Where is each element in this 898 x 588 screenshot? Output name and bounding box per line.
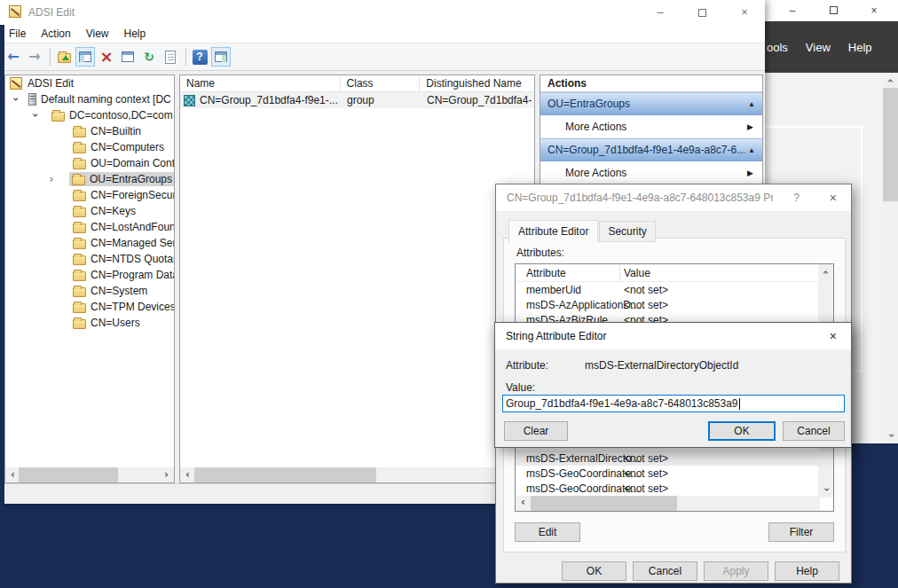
forward-icon[interactable]: → <box>25 47 44 67</box>
column-name[interactable]: Name <box>180 75 341 92</box>
menu-help[interactable]: Help <box>848 41 872 54</box>
attribute-row[interactable]: msDS-GeoCoordinate... <not set> <box>516 466 820 481</box>
tree-item-users[interactable]: CN=Users <box>5 315 174 331</box>
scrollbar-thumb[interactable] <box>883 88 898 201</box>
help-icon[interactable]: ? <box>190 47 209 67</box>
apply-button[interactable]: Apply <box>704 561 768 581</box>
dialog-title: String Attribute Editor <box>506 330 606 342</box>
attributes-horizontal-scrollbar[interactable]: ‹ › <box>516 496 820 511</box>
delete-icon[interactable]: × <box>97 47 116 67</box>
chevron-expanded-icon[interactable]: › <box>30 110 41 121</box>
tree-item-entragroups[interactable]: › OU=EntraGroups <box>5 171 174 187</box>
maximize-icon[interactable] <box>698 9 706 17</box>
scroll-down-icon[interactable]: › <box>819 482 833 498</box>
tree-item-computers[interactable]: CN=Computers <box>5 139 174 155</box>
tree-item-managed-service[interactable]: CN=Managed Service <box>5 235 174 251</box>
show-action-pane-icon[interactable] <box>211 47 231 67</box>
attribute-label: Attribute: <box>506 359 548 372</box>
list-row-group[interactable]: CN=Group_7d1bdfa4-f9e1-... group CN=Grou… <box>180 92 534 108</box>
ok-button[interactable]: OK <box>708 421 776 441</box>
vertical-scrollbar[interactable]: › › <box>883 73 898 443</box>
menu-view[interactable]: View <box>806 41 831 54</box>
tree-item-builtin[interactable]: CN=Builtin <box>5 123 174 139</box>
adsi-edit-icon <box>10 77 22 90</box>
list-horizontal-scrollbar[interactable]: ‹ › <box>180 467 534 482</box>
scrollbar-thumb[interactable] <box>19 467 118 482</box>
menu-file[interactable]: File <box>9 27 26 40</box>
scroll-left-icon[interactable]: ‹ <box>180 468 195 482</box>
tab-attribute-editor[interactable]: Attribute Editor <box>508 220 598 243</box>
scroll-up-icon[interactable]: › <box>819 265 833 280</box>
attribute-name: msDS-ExternalDirectoryObjectId <box>585 359 738 372</box>
scroll-right-icon[interactable]: › <box>159 468 174 482</box>
context-help-icon[interactable]: ? <box>793 192 800 204</box>
folder-icon <box>73 303 86 313</box>
tree-item-ntds-quotas[interactable]: CN=NTDS Quotas <box>5 251 174 267</box>
column-value[interactable]: Value <box>624 267 650 279</box>
properties-icon[interactable] <box>118 47 138 67</box>
tree-item-keys[interactable]: CN=Keys <box>5 203 174 219</box>
tree-horizontal-scrollbar[interactable]: ‹ › <box>5 467 174 482</box>
cancel-button[interactable]: Cancel <box>633 561 697 581</box>
menu-action[interactable]: Action <box>41 27 70 40</box>
up-one-level-icon[interactable] <box>54 47 74 67</box>
attribute-row[interactable]: memberUid <not set> <box>516 282 820 297</box>
tree-item-lostandfound[interactable]: CN=LostAndFound <box>5 219 174 235</box>
scrollbar-thumb[interactable] <box>194 467 376 482</box>
close-icon[interactable]: × <box>737 4 752 20</box>
close-icon[interactable]: × <box>830 191 837 205</box>
back-icon[interactable]: ← <box>4 47 23 67</box>
more-actions-cn-group[interactable]: More Actions ▶ <box>540 161 762 184</box>
collapse-icon[interactable]: ▲ <box>748 100 755 108</box>
tree-item-foreignsecurity[interactable]: CN=ForeignSecurityP <box>5 187 174 203</box>
edit-button[interactable]: Edit <box>515 522 580 542</box>
tree-item-naming-context[interactable]: › Default naming context [DC <box>5 91 174 107</box>
tree-item-program-data[interactable]: CN=Program Data <box>5 267 174 283</box>
tree-item-root[interactable]: ADSI Edit <box>5 75 174 91</box>
scrollbar-thumb[interactable] <box>531 496 677 511</box>
column-attribute[interactable]: Attribute <box>526 267 566 279</box>
refresh-icon[interactable]: ↻ <box>139 47 159 67</box>
more-actions-entragroups[interactable]: More Actions ▶ <box>540 115 762 138</box>
help-button[interactable]: Help <box>775 561 839 581</box>
tree-item-dc-contoso[interactable]: › DC=contoso,DC=com <box>5 107 174 123</box>
close-icon[interactable]: × <box>830 329 837 343</box>
string-attribute-editor-dialog: String Attribute Editor × Attribute: msD… <box>494 322 852 448</box>
minimize-icon[interactable]: – <box>784 3 800 19</box>
chevron-expanded-icon[interactable]: › <box>11 94 21 105</box>
scroll-up-icon[interactable]: › <box>884 74 898 89</box>
attribute-row-selected[interactable]: msDS-ExternalDirecto... <not set> <box>516 451 820 466</box>
scroll-down-icon[interactable]: › <box>884 428 898 443</box>
menu-help[interactable]: Help <box>124 27 146 40</box>
actions-group-cn-group[interactable]: CN=Group_7d1bdfa4-f9e1-4e9a-a8c7-6... ▲ <box>540 138 762 161</box>
actions-group-entragroups[interactable]: OU=EntraGroups ▲ <box>540 92 762 115</box>
value-input[interactable]: Group_7d1bdfa4-f9e1-4e9a-a8c7-648013c853… <box>502 395 845 412</box>
tree-item-domain-controllers[interactable]: OU=Domain Control <box>5 155 174 171</box>
menu-tools-partial[interactable]: ools <box>767 41 788 54</box>
dialog-titlebar: String Attribute Editor × <box>495 323 851 349</box>
scroll-left-icon[interactable]: ‹ <box>516 496 531 510</box>
tree-item-system[interactable]: CN=System <box>5 283 174 299</box>
maximize-icon[interactable] <box>825 3 841 19</box>
folder-icon <box>51 112 65 122</box>
chevron-collapsed-icon[interactable]: › <box>46 174 57 184</box>
filter-button[interactable]: Filter <box>768 522 834 542</box>
column-distinguished-name[interactable]: Distinguished Name <box>420 75 534 92</box>
clear-button[interactable]: Clear <box>504 421 568 441</box>
tree-item-tpm-devices[interactable]: CN=TPM Devices <box>5 299 174 315</box>
cancel-button[interactable]: Cancel <box>783 421 845 441</box>
export-list-icon[interactable] <box>161 47 180 67</box>
minimize-icon[interactable]: – <box>652 4 668 20</box>
close-icon[interactable]: × <box>866 3 882 19</box>
tab-security[interactable]: Security <box>599 221 655 242</box>
column-class[interactable]: Class <box>341 75 421 92</box>
actions-pane-title: Actions <box>540 75 762 92</box>
attribute-row[interactable]: msDS-AzApplicationD... <not set> <box>516 297 820 312</box>
show-console-tree-icon[interactable] <box>75 47 95 67</box>
folder-icon <box>73 160 86 169</box>
attribute-row[interactable]: msDS-GeoCoordinate... <not set> <box>516 481 820 496</box>
collapse-icon[interactable]: ▲ <box>748 146 755 154</box>
menu-view[interactable]: View <box>86 27 109 40</box>
dialog-titlebar: CN=Group_7d1bdfa4-f9e1-4e9a-a8c7-648013c… <box>496 184 851 211</box>
ok-button[interactable]: OK <box>562 561 626 581</box>
